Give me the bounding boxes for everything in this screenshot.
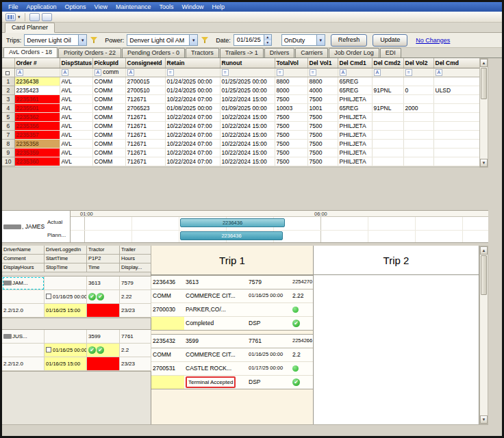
cell-order[interactable]: 2236438 bbox=[14, 77, 60, 86]
filter-type-icon[interactable]: A bbox=[16, 69, 24, 76]
col-header[interactable]: Del Cmd bbox=[433, 58, 479, 68]
driver-card-time-alert[interactable] bbox=[87, 304, 120, 318]
cell[interactable] bbox=[372, 139, 403, 148]
trip-order[interactable]: 2236436 bbox=[151, 276, 184, 289]
filter-cell[interactable]: = bbox=[307, 68, 338, 77]
filter-type-icon[interactable]: A bbox=[94, 69, 102, 76]
cell[interactable]: 7500 bbox=[275, 94, 307, 103]
cell[interactable]: 01/08/2025 00:00 bbox=[165, 103, 220, 112]
tab-edi[interactable]: EDI bbox=[380, 48, 401, 57]
trip-status[interactable]: Completed bbox=[184, 317, 247, 330]
cell[interactable]: AVL bbox=[60, 139, 92, 148]
tab-card-planner[interactable]: Card Planner bbox=[5, 23, 55, 33]
cell[interactable]: 7500 bbox=[307, 130, 338, 139]
tab-drivers[interactable]: Drivers bbox=[264, 48, 295, 57]
cell[interactable]: 10/22/2024 07:00 bbox=[165, 112, 220, 121]
cell[interactable]: 10/22/2024 15:00 bbox=[220, 148, 275, 157]
gantt-bar-actual[interactable]: 2236436 bbox=[180, 218, 285, 227]
col-header[interactable]: Del Vol2 bbox=[403, 58, 433, 68]
cell[interactable] bbox=[433, 139, 479, 148]
tab-job-order-log[interactable]: Job Order Log bbox=[329, 48, 379, 57]
driver-card-tractor[interactable]: 3613 bbox=[87, 276, 120, 290]
scroll-thumb[interactable] bbox=[481, 68, 487, 99]
filter-cell[interactable]: = bbox=[165, 68, 220, 77]
filter-type-icon[interactable]: = bbox=[405, 69, 412, 76]
cell-order[interactable]: 2235501 bbox=[14, 103, 60, 112]
cell[interactable]: 01/09/2025 00:00 bbox=[220, 103, 275, 112]
chevron-down-icon[interactable]: ▾ bbox=[316, 35, 325, 45]
trip-pickup-name[interactable]: COMMERCE CIT... bbox=[184, 348, 247, 361]
cell[interactable]: 10/22/2024 15:00 bbox=[220, 121, 275, 130]
trip-card[interactable]: 2236436 3613 7579 2254270 COMM COMMERCE … bbox=[151, 275, 313, 331]
trip-tractor[interactable]: 3599 bbox=[184, 335, 247, 348]
cell[interactable] bbox=[372, 157, 403, 166]
cell[interactable]: 65REG bbox=[338, 103, 372, 112]
menu-window[interactable]: Window bbox=[178, 2, 208, 12]
table-row[interactable]: 4 2235501 AVL COMM 2706523 01/08/2025 00… bbox=[2, 103, 479, 112]
cell[interactable]: PHILJETA bbox=[338, 157, 372, 166]
power-select[interactable]: Denver Light Oil AM ▾ bbox=[127, 34, 198, 46]
cell[interactable]: 7500 bbox=[307, 148, 338, 157]
tab-carriers[interactable]: Carriers bbox=[295, 48, 328, 57]
driver-card-stop[interactable]: 01/16/25 15:00 bbox=[45, 357, 87, 371]
cell[interactable]: 10/22/2024 15:00 bbox=[220, 139, 275, 148]
cell[interactable]: 712671 bbox=[125, 121, 165, 130]
gantt-bar-planned[interactable]: 2236436 bbox=[180, 231, 283, 240]
date-spinner[interactable]: ▲ ▼ bbox=[264, 35, 271, 45]
cell[interactable]: 10/22/2024 15:00 bbox=[220, 94, 275, 103]
pickup-filter-value[interactable]: comm bbox=[103, 68, 118, 75]
cell[interactable]: PHILJETA bbox=[338, 121, 372, 130]
cell[interactable]: 10/22/2024 15:00 bbox=[220, 130, 275, 139]
scroll-down-icon[interactable]: ▼ bbox=[480, 159, 488, 167]
table-row[interactable]: 6 2235356 AVL COMM 712671 10/22/2024 07:… bbox=[2, 121, 479, 130]
cell[interactable] bbox=[372, 121, 403, 130]
filter-cell[interactable]: = bbox=[275, 68, 307, 77]
cell[interactable]: 712671 bbox=[125, 94, 165, 103]
cell-order[interactable]: 2235361 bbox=[14, 94, 60, 103]
scroll-up-icon[interactable]: ▲ bbox=[480, 59, 488, 67]
filter-cell[interactable]: = bbox=[403, 68, 433, 77]
layout-icon[interactable] bbox=[29, 13, 40, 21]
cell[interactable]: COMM bbox=[92, 94, 125, 103]
cell[interactable]: 10/22/2024 07:00 bbox=[165, 121, 220, 130]
cell-order[interactable]: 2235362 bbox=[14, 112, 60, 121]
duty-select[interactable]: OnDuty ▾ bbox=[281, 34, 325, 46]
menu-view[interactable]: View bbox=[90, 2, 112, 12]
cell[interactable]: 7500 bbox=[275, 157, 307, 166]
spin-up-icon[interactable]: ▲ bbox=[264, 35, 271, 40]
cell[interactable]: 7500 bbox=[307, 94, 338, 103]
cell[interactable]: COMM bbox=[92, 130, 125, 139]
cell[interactable]: 10/22/2024 07:00 bbox=[165, 157, 220, 166]
cell[interactable]: 8000 bbox=[275, 86, 307, 94]
cell-order[interactable]: 2235358 bbox=[14, 139, 60, 148]
cell[interactable]: 01/24/2025 00:00 bbox=[165, 77, 220, 86]
chevron-down-icon[interactable]: ▾ bbox=[189, 35, 197, 45]
trip-pickup[interactable]: COMM bbox=[151, 289, 184, 302]
trip-trailer[interactable]: 7579 bbox=[247, 276, 291, 289]
cell-order[interactable]: 2235357 bbox=[14, 130, 60, 139]
cell[interactable]: PHILJETA bbox=[338, 112, 372, 121]
filter-type-icon[interactable]: = bbox=[222, 69, 229, 76]
cell[interactable] bbox=[403, 112, 433, 121]
checkbox[interactable] bbox=[5, 71, 10, 75]
cell[interactable]: 8800 bbox=[275, 77, 307, 86]
driver-card-hours[interactable]: 2.2 bbox=[120, 344, 151, 357]
table-row[interactable]: 3 2235361 AVL COMM 712671 10/22/2024 07:… bbox=[2, 94, 479, 103]
cell[interactable] bbox=[403, 94, 433, 103]
cell[interactable]: ULSD bbox=[433, 86, 479, 94]
cell[interactable] bbox=[372, 130, 403, 139]
trip-hours[interactable]: 2.22 bbox=[291, 289, 313, 302]
col-header[interactable]: TotalVol bbox=[275, 58, 307, 68]
trip-card[interactable]: 2235432 3599 7761 2254266 COMM COMMERCE … bbox=[151, 334, 313, 389]
col-header[interactable]: ConsigneeId bbox=[125, 58, 165, 68]
driver-card-trailer[interactable]: 7761 bbox=[120, 330, 151, 344]
cell[interactable] bbox=[403, 148, 433, 157]
cell[interactable]: AVL bbox=[60, 103, 92, 112]
filter-type-icon[interactable]: = bbox=[310, 69, 316, 76]
trip-pickup-time[interactable]: 01/16/25 00:00 bbox=[247, 289, 291, 302]
cell-order[interactable]: 2235356 bbox=[14, 121, 60, 130]
no-changes-link[interactable]: No Changes bbox=[416, 37, 450, 44]
tab-avl-orders[interactable]: AvL Orders - 18 bbox=[3, 47, 58, 57]
driver-card-display-hours[interactable]: 2.2/12.0 bbox=[2, 357, 45, 371]
menu-help[interactable]: Help bbox=[208, 2, 229, 12]
